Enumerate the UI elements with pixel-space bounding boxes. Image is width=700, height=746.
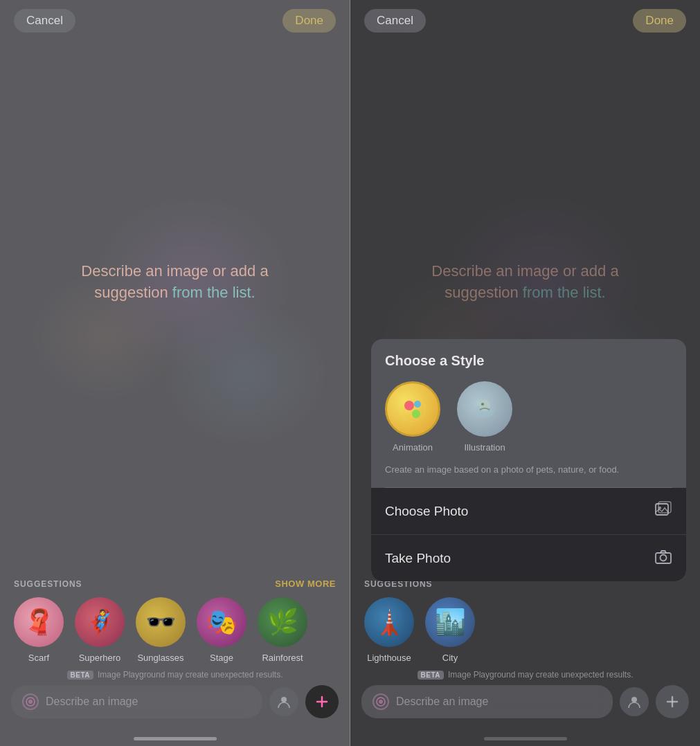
left-screen: Cancel Done Describe an image or add a s… <box>0 0 350 746</box>
style-popup-title: Choose a Style <box>385 353 672 369</box>
camera-svg <box>654 547 672 565</box>
scarf-label: Scarf <box>28 653 49 663</box>
left-desc-part3: from the list. <box>172 284 255 301</box>
left-desc-part1: Describe an image or add a <box>81 262 268 280</box>
take-photo-label: Take Photo <box>385 551 451 566</box>
lighthouse-circle: 🗼 <box>364 597 414 647</box>
left-done-button[interactable]: Done <box>282 9 336 33</box>
right-person-icon <box>627 694 642 709</box>
style-options: Animation Illustration <box>385 381 672 453</box>
svg-point-7 <box>631 697 637 702</box>
superhero-label: Superhero <box>79 653 121 663</box>
suggestion-superhero[interactable]: 🦸 Superhero <box>75 597 125 663</box>
left-home-indicator <box>134 737 217 740</box>
stage-label: Stage <box>210 653 233 663</box>
lighthouse-label: Lighthouse <box>367 653 411 663</box>
left-cancel-button[interactable]: Cancel <box>14 9 75 33</box>
left-input-field[interactable]: Describe an image <box>11 685 262 718</box>
left-desc-part2: suggestion <box>94 284 172 301</box>
take-photo-action[interactable]: Take Photo <box>371 535 686 581</box>
rainforest-circle: 🌿 <box>258 597 307 647</box>
animation-label: Animation <box>393 442 433 453</box>
right-input-placeholder: Describe an image <box>396 695 488 708</box>
style-option-illustration[interactable]: Illustration <box>457 381 512 453</box>
rainforest-label: Rainforest <box>262 653 303 663</box>
left-beta-badge: BETA <box>67 671 93 680</box>
right-playground-icon <box>376 697 386 707</box>
right-beta-text: Image Playground may create unexpected r… <box>448 670 633 680</box>
suggestion-lighthouse[interactable]: 🗼 Lighthouse <box>364 597 414 663</box>
svg-point-16 <box>481 403 484 406</box>
left-avatar-button[interactable] <box>269 687 298 716</box>
left-add-button[interactable] <box>305 685 339 718</box>
svg-point-13 <box>412 410 420 418</box>
city-label: City <box>442 653 458 663</box>
svg-point-1 <box>28 700 33 704</box>
suggestion-sunglasses[interactable]: 🕶️ Sunglasses <box>136 597 186 663</box>
animation-icon <box>395 392 430 426</box>
right-avatar-button[interactable] <box>620 687 649 716</box>
suggestion-stage[interactable]: 🎭 Stage <box>197 597 246 663</box>
right-input-icon <box>373 693 389 710</box>
left-beta-text: Image Playground may create unexpected r… <box>98 670 282 680</box>
left-input-placeholder: Describe an image <box>46 695 138 708</box>
stage-circle: 🎭 <box>197 597 246 647</box>
left-suggestions-section: SUGGESTIONS SHOW MORE 🧣 Scarf 🦸 Superher… <box>0 579 350 663</box>
left-suggestions-scroll[interactable]: 🧣 Scarf 🦸 Superhero 🕶️ Sunglasses 🎭 Stag… <box>0 597 350 663</box>
photo-library-icon <box>654 500 672 522</box>
sunglasses-label: Sunglasses <box>137 653 183 663</box>
style-chooser-popup: Choose a Style Animation <box>371 339 686 581</box>
left-show-more[interactable]: SHOW MORE <box>275 579 336 589</box>
choose-photo-label: Choose Photo <box>385 504 468 519</box>
left-center-text: Describe an image or add a suggestion fr… <box>0 261 350 304</box>
city-circle: 🏙️ <box>425 597 475 647</box>
illustration-icon <box>467 392 502 426</box>
style-description: Create an image based on a photo of pets… <box>385 464 672 488</box>
superhero-circle: 🦸 <box>75 597 125 647</box>
action-sheet: Choose Photo Take Photo <box>371 488 686 581</box>
right-add-button[interactable] <box>656 685 689 718</box>
svg-point-12 <box>414 401 421 408</box>
right-cancel-button[interactable]: Cancel <box>364 9 426 33</box>
left-suggestions-label: SUGGESTIONS <box>14 579 82 589</box>
right-plus-icon <box>665 694 680 709</box>
svg-point-10 <box>400 397 425 421</box>
right-screen: Cancel Done Describe an image or add a s… <box>350 0 700 746</box>
svg-point-6 <box>379 700 383 704</box>
svg-point-2 <box>281 697 287 702</box>
photo-library-svg <box>654 500 672 518</box>
illustration-label: Illustration <box>464 442 505 453</box>
sunglasses-circle: 🕶️ <box>136 597 186 647</box>
right-bottom-bar: BETA Image Playground may create unexpec… <box>350 670 700 725</box>
right-done-button[interactable]: Done <box>633 9 686 33</box>
left-bottom-bar: BETA Image Playground may create unexpec… <box>0 670 350 725</box>
right-beta-badge: BETA <box>418 671 444 680</box>
right-input-row: Describe an image <box>361 685 689 718</box>
illustration-circle <box>457 381 512 437</box>
camera-icon <box>654 547 672 569</box>
svg-point-21 <box>661 555 667 561</box>
playground-icon <box>26 697 35 707</box>
right-suggestions-section: SUGGESTIONS 🗼 Lighthouse 🏙️ City <box>350 579 700 663</box>
svg-point-11 <box>404 401 414 410</box>
left-top-bar: Cancel Done <box>0 0 350 42</box>
animation-circle <box>385 381 440 437</box>
style-option-animation[interactable]: Animation <box>385 381 440 453</box>
choose-photo-action[interactable]: Choose Photo <box>371 488 686 535</box>
suggestion-scarf[interactable]: 🧣 Scarf <box>14 597 64 663</box>
right-suggestions-scroll[interactable]: 🗼 Lighthouse 🏙️ City <box>350 597 700 663</box>
right-input-field[interactable]: Describe an image <box>361 685 613 718</box>
suggestion-rainforest[interactable]: 🌿 Rainforest <box>258 597 307 663</box>
left-input-icon <box>22 693 39 710</box>
right-top-bar: Cancel Done <box>350 0 700 42</box>
person-icon <box>276 694 291 709</box>
plus-icon <box>314 694 330 709</box>
scarf-circle: 🧣 <box>14 597 64 647</box>
suggestion-city[interactable]: 🏙️ City <box>425 597 475 663</box>
left-input-row: Describe an image <box>11 685 339 718</box>
